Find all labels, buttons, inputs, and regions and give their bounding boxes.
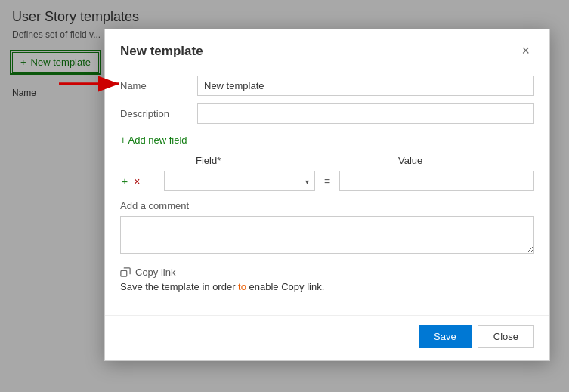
name-input[interactable]	[197, 76, 534, 96]
copy-link-button[interactable]: Copy link	[120, 267, 175, 278]
comment-textarea[interactable]	[120, 216, 534, 254]
add-new-field-button[interactable]: + Add new field	[120, 131, 187, 149]
remove-field-row-button[interactable]: ×	[132, 174, 141, 189]
copy-link-info-highlight: to	[238, 281, 246, 292]
field-column-header: Field*	[196, 155, 347, 166]
description-row: Description	[120, 103, 534, 124]
copy-link-info: Save the template in order to enable Cop…	[120, 281, 534, 292]
description-input[interactable]	[197, 103, 534, 124]
field-section: + Add new field Field* Value + × ▾ =	[120, 131, 534, 191]
save-button[interactable]: Save	[419, 325, 472, 348]
close-button[interactable]: Close	[478, 325, 534, 348]
modal-body: Name Description + Add new field Field* …	[105, 69, 549, 315]
new-template-modal: New template × Name Description + Add ne…	[104, 29, 550, 361]
description-label: Description	[120, 108, 188, 119]
field-row-1: + × ▾ =	[120, 171, 534, 191]
copy-link-label: Copy link	[135, 267, 175, 278]
modal-title: New template	[120, 44, 203, 59]
equals-sign: =	[321, 175, 333, 187]
copy-link-section: Copy link Save the template in order to …	[120, 267, 534, 292]
field-row-actions: + ×	[120, 174, 158, 189]
svg-rect-2	[121, 270, 127, 276]
name-row: Name	[120, 76, 534, 96]
copy-link-info-suffix: enable Copy link.	[246, 281, 324, 292]
value-input[interactable]	[339, 171, 534, 191]
comment-label: Add a comment	[120, 200, 534, 211]
name-label: Name	[120, 80, 188, 91]
add-field-row-button[interactable]: +	[120, 174, 129, 189]
field-headers-row: Field* Value	[120, 155, 534, 166]
modal-footer: Save Close	[105, 315, 549, 360]
modal-header: New template ×	[105, 29, 549, 69]
value-column-header: Value	[398, 155, 534, 166]
copy-link-info-prefix: Save the template in order	[120, 281, 238, 292]
copy-link-icon	[120, 267, 131, 278]
comment-section: Add a comment	[120, 200, 534, 256]
field-select[interactable]	[164, 171, 315, 191]
field-select-wrapper: ▾	[164, 171, 315, 191]
modal-close-button[interactable]: ×	[517, 42, 534, 60]
